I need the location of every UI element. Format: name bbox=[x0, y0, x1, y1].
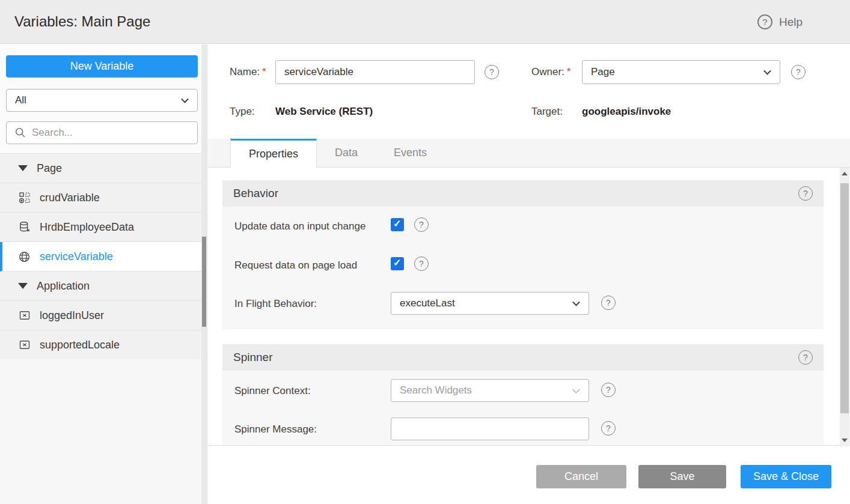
sidebar-group-page[interactable]: Page bbox=[0, 154, 201, 183]
owner-help-icon[interactable]: ? bbox=[791, 65, 806, 79]
tab-bar: Properties Data Events bbox=[208, 139, 850, 168]
owner-label: Owner:* bbox=[531, 66, 570, 78]
arrow-down-icon bbox=[842, 439, 848, 442]
sidebar-empty-area bbox=[0, 359, 201, 504]
sidebar-item-crudvariable[interactable]: crudVariable bbox=[0, 183, 201, 213]
chevron-down-icon bbox=[572, 386, 580, 393]
collapse-triangle-icon bbox=[18, 165, 28, 171]
sidebar-item-loggedinuser[interactable]: loggedInUser bbox=[0, 301, 201, 330]
behavior-section-title: Behavior bbox=[233, 187, 278, 200]
search-input[interactable] bbox=[32, 127, 190, 139]
variables-dialog: Variables: Main Page ? Help New Variable… bbox=[0, 0, 850, 504]
database-icon bbox=[18, 221, 31, 234]
request-data-label: Request data on page load bbox=[234, 260, 357, 272]
help-glyph: ? bbox=[606, 298, 611, 308]
spinner-context-placeholder: Search Widgets bbox=[400, 384, 472, 396]
in-flight-behavior-select[interactable]: executeLast bbox=[391, 292, 589, 315]
update-data-checkbox[interactable] bbox=[391, 218, 404, 231]
required-marker: * bbox=[567, 66, 571, 77]
content-scrollbar[interactable] bbox=[840, 168, 849, 446]
scroll-up-button[interactable] bbox=[840, 169, 849, 178]
collapse-triangle-icon bbox=[18, 283, 28, 289]
spinner-help-icon[interactable]: ? bbox=[798, 350, 813, 365]
variable-filter-select[interactable]: All bbox=[6, 89, 198, 112]
variable-editor: Name:* ? Owner:* Page ? Type: Web Servic… bbox=[208, 44, 850, 504]
owner-selected-value: Page bbox=[591, 66, 615, 78]
behavior-section: Behavior ? Update data on input change ?… bbox=[222, 180, 824, 329]
target-value: googleapis/invoke bbox=[582, 106, 671, 118]
help-glyph: ? bbox=[419, 220, 424, 229]
required-marker: * bbox=[262, 66, 266, 77]
behavior-section-header: Behavior ? bbox=[222, 180, 824, 207]
cancel-button[interactable]: Cancel bbox=[536, 465, 626, 488]
content-scrollbar-thumb[interactable] bbox=[840, 183, 849, 413]
name-label: Name:* bbox=[230, 66, 266, 78]
new-variable-button[interactable]: New Variable bbox=[6, 55, 198, 77]
variable-box-icon bbox=[18, 339, 31, 351]
scroll-down-button[interactable] bbox=[840, 436, 849, 445]
tab-data[interactable]: Data bbox=[317, 139, 376, 167]
save-close-button[interactable]: Save & Close bbox=[741, 465, 831, 488]
behavior-section-body: Update data on input change ? Request da… bbox=[222, 207, 824, 329]
sidebar-item-servicevariable[interactable]: serviceVariable bbox=[0, 242, 201, 272]
type-value: Web Service (REST) bbox=[275, 106, 373, 118]
in-flight-behavior-label: In Flight Behavior: bbox=[234, 298, 317, 310]
name-input[interactable] bbox=[275, 60, 475, 84]
sidebar-item-supportedlocale[interactable]: supportedLocale bbox=[0, 330, 201, 360]
sidebar-scrollbar[interactable] bbox=[201, 44, 207, 504]
variable-list: Page crudVariable bbox=[0, 153, 201, 360]
variables-sidebar: New Variable All Page bbox=[0, 44, 207, 504]
owner-select[interactable]: Page bbox=[582, 60, 780, 84]
spinner-context-label: Spinner Context: bbox=[234, 385, 311, 397]
help-glyph: ? bbox=[489, 67, 494, 77]
variable-item-label: crudVariable bbox=[40, 192, 100, 204]
name-label-text: Name: bbox=[230, 66, 260, 77]
crud-variable-icon bbox=[18, 192, 31, 204]
chevron-down-icon bbox=[763, 67, 771, 75]
help-glyph: ? bbox=[606, 424, 611, 433]
dialog-header: Variables: Main Page ? Help bbox=[0, 0, 850, 44]
spinner-section-body: Spinner Context: Search Widgets ? Spinne… bbox=[222, 371, 824, 446]
variable-box-icon bbox=[18, 309, 31, 322]
spinner-section-header: Spinner ? bbox=[222, 344, 824, 371]
search-icon bbox=[14, 127, 26, 139]
request-data-checkbox[interactable] bbox=[391, 257, 404, 270]
behavior-help-icon[interactable]: ? bbox=[798, 186, 813, 201]
spinner-context-select[interactable]: Search Widgets bbox=[391, 379, 589, 402]
group-label: Page bbox=[37, 162, 62, 175]
sidebar-group-application[interactable]: Application bbox=[0, 272, 201, 301]
help-label: Help bbox=[779, 16, 803, 29]
help-glyph: ? bbox=[419, 259, 424, 269]
help-glyph: ? bbox=[762, 17, 767, 27]
spinner-context-help-icon[interactable]: ? bbox=[601, 383, 616, 397]
tab-properties[interactable]: Properties bbox=[230, 139, 317, 168]
in-flight-help-icon[interactable]: ? bbox=[601, 296, 616, 310]
tab-events[interactable]: Events bbox=[376, 139, 445, 167]
spinner-message-label: Spinner Message: bbox=[234, 424, 317, 436]
variable-search-box bbox=[6, 121, 198, 144]
help-glyph: ? bbox=[803, 189, 808, 198]
filter-selected-value: All bbox=[15, 94, 26, 106]
spinner-section-title: Spinner bbox=[233, 351, 273, 364]
help-icon: ? bbox=[757, 14, 772, 29]
group-label: Application bbox=[37, 280, 90, 293]
update-data-help-icon[interactable]: ? bbox=[414, 217, 429, 232]
request-data-help-icon[interactable]: ? bbox=[414, 257, 429, 271]
update-data-label: Update data on input change bbox=[234, 220, 365, 232]
spinner-section: Spinner ? Spinner Context: Search Widget… bbox=[222, 344, 824, 446]
in-flight-selected-value: executeLast bbox=[400, 297, 455, 309]
help-link[interactable]: ? Help bbox=[757, 14, 803, 29]
help-glyph: ? bbox=[796, 67, 801, 77]
variable-item-label: serviceVariable bbox=[40, 250, 113, 263]
save-button[interactable]: Save bbox=[638, 465, 726, 488]
spinner-message-help-icon[interactable]: ? bbox=[601, 421, 616, 436]
spinner-message-input[interactable] bbox=[391, 417, 589, 440]
help-glyph: ? bbox=[606, 385, 611, 395]
properties-tab-content: Behavior ? Update data on input change ?… bbox=[208, 168, 850, 446]
page-title: Variables: Main Page bbox=[14, 13, 150, 30]
target-label: Target: bbox=[531, 106, 563, 118]
name-help-icon[interactable]: ? bbox=[485, 65, 499, 79]
variable-item-label: loggedInUser bbox=[40, 309, 104, 322]
sidebar-scrollbar-thumb[interactable] bbox=[202, 237, 206, 327]
sidebar-item-hrdbemployeedata[interactable]: HrdbEmployeeData bbox=[0, 213, 201, 242]
